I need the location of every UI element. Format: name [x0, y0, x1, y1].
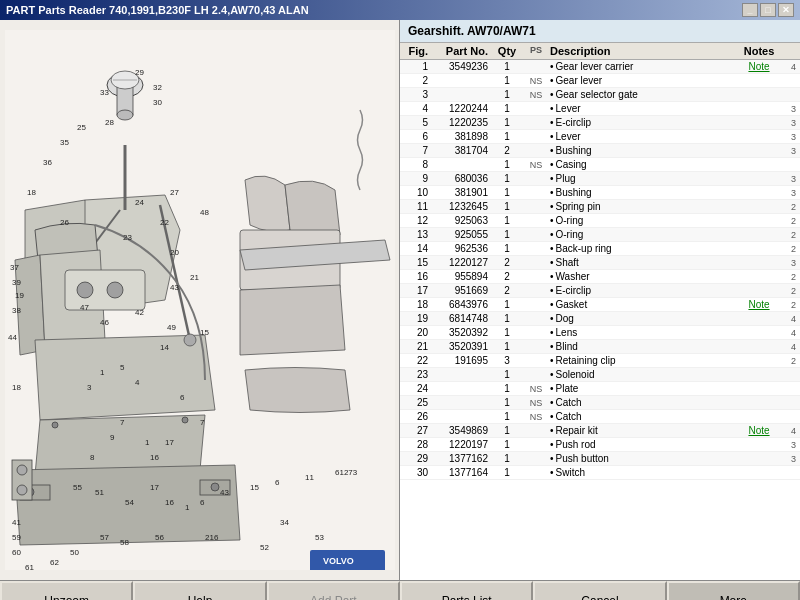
more-button[interactable]: More — [667, 581, 800, 600]
parts-area: Gearshift. AW70/AW71 Fig. Part No. Qty P… — [400, 20, 800, 580]
table-row[interactable]: 6 381898 1 •Lever 3 — [400, 130, 800, 144]
table-row[interactable]: 1 3549236 1 •Gear lever carrier Note 4 — [400, 60, 800, 74]
table-row[interactable]: 24 1 NS •Plate — [400, 382, 800, 396]
table-row[interactable]: 25 1 NS •Catch — [400, 396, 800, 410]
table-row[interactable]: 29 1377162 1 •Push button 3 — [400, 452, 800, 466]
add-part-button[interactable]: Add Part — [267, 581, 400, 600]
svg-text:18: 18 — [12, 383, 21, 392]
maximize-button[interactable]: □ — [760, 3, 776, 17]
row-fig: 23 — [404, 369, 432, 380]
row-desc: •O-ring — [550, 215, 734, 226]
note-link[interactable]: Note — [748, 61, 769, 72]
svg-text:18: 18 — [27, 188, 36, 197]
row-ps: NS — [522, 384, 550, 394]
svg-text:6: 6 — [180, 393, 185, 402]
row-desc: •Solenoid — [550, 369, 734, 380]
row-qty: 2 — [492, 285, 522, 296]
close-button[interactable]: ✕ — [778, 3, 794, 17]
svg-text:25: 25 — [77, 123, 86, 132]
row-qty: 1 — [492, 243, 522, 254]
table-row[interactable]: 21 3520391 1 •Blind 4 — [400, 340, 800, 354]
table-row[interactable]: 9 680036 1 •Plug 3 — [400, 172, 800, 186]
row-notes[interactable]: Note — [734, 425, 784, 436]
unzoom-button[interactable]: Unzoom — [0, 581, 133, 600]
svg-text:49: 49 — [167, 323, 176, 332]
row-qty: 1 — [492, 425, 522, 436]
table-row[interactable]: 12 925063 1 •O-ring 2 — [400, 214, 800, 228]
window-controls[interactable]: _ □ ✕ — [742, 3, 794, 17]
table-row[interactable]: 3 1 NS •Gear selector gate — [400, 88, 800, 102]
table-row[interactable]: 5 1220235 1 •E-circlip 3 — [400, 116, 800, 130]
row-fig: 26 — [404, 411, 432, 422]
row-qty: 1 — [492, 117, 522, 128]
row-desc: •Bushing — [550, 145, 734, 156]
row-desc: •Lens — [550, 327, 734, 338]
svg-text:17: 17 — [150, 483, 159, 492]
svg-text:1: 1 — [185, 503, 190, 512]
table-row[interactable]: 22 191695 3 •Retaining clip 2 — [400, 354, 800, 368]
note-link[interactable]: Note — [748, 299, 769, 310]
table-row[interactable]: 10 381901 1 •Bushing 3 — [400, 186, 800, 200]
row-qty: 2 — [492, 145, 522, 156]
row-qty: 1 — [492, 327, 522, 338]
row-partno: 680036 — [432, 173, 492, 184]
table-row[interactable]: 2 1 NS •Gear lever — [400, 74, 800, 88]
row-fig: 18 — [404, 299, 432, 310]
parts-list-button[interactable]: Parts List — [400, 581, 533, 600]
help-button[interactable]: Help — [133, 581, 266, 600]
table-row[interactable]: 16 955894 2 •Washer 2 — [400, 270, 800, 284]
row-partno: 1377164 — [432, 467, 492, 478]
row-fig: 12 — [404, 215, 432, 226]
row-notes[interactable]: Note — [734, 61, 784, 72]
row-num: 3 — [784, 132, 796, 142]
row-desc: •Spring pin — [550, 201, 734, 212]
row-desc: •Washer — [550, 271, 734, 282]
table-row[interactable]: 26 1 NS •Catch — [400, 410, 800, 424]
row-qty: 1 — [492, 397, 522, 408]
svg-text:61: 61 — [25, 563, 34, 570]
svg-text:9: 9 — [110, 433, 115, 442]
svg-point-9 — [77, 282, 93, 298]
row-qty: 1 — [492, 341, 522, 352]
note-link[interactable]: Note — [748, 425, 769, 436]
row-num: 4 — [784, 342, 796, 352]
table-row[interactable]: 20 3520392 1 •Lens 4 — [400, 326, 800, 340]
table-row[interactable]: 27 3549869 1 •Repair kit Note 4 — [400, 424, 800, 438]
svg-text:42: 42 — [135, 308, 144, 317]
row-partno: 1220235 — [432, 117, 492, 128]
row-qty: 1 — [492, 187, 522, 198]
table-row[interactable]: 13 925055 1 •O-ring 2 — [400, 228, 800, 242]
table-row[interactable]: 4 1220244 1 •Lever 3 — [400, 102, 800, 116]
svg-text:5: 5 — [120, 363, 125, 372]
table-row[interactable]: 15 1220127 2 •Shaft 3 — [400, 256, 800, 270]
parts-list[interactable]: 1 3549236 1 •Gear lever carrier Note 4 2… — [400, 60, 800, 580]
row-num: 2 — [784, 230, 796, 240]
table-row[interactable]: 19 6814748 1 •Dog 4 — [400, 312, 800, 326]
table-row[interactable]: 7 381704 2 •Bushing 3 — [400, 144, 800, 158]
svg-text:17: 17 — [165, 438, 174, 447]
table-row[interactable]: 17 951669 2 •E-circlip 2 — [400, 284, 800, 298]
row-num: 3 — [784, 146, 796, 156]
row-num: 2 — [784, 216, 796, 226]
row-desc: •Gear selector gate — [550, 89, 734, 100]
row-partno: 6843976 — [432, 299, 492, 310]
row-notes[interactable]: Note — [734, 299, 784, 310]
table-row[interactable]: 23 1 •Solenoid — [400, 368, 800, 382]
table-row[interactable]: 8 1 NS •Casing — [400, 158, 800, 172]
svg-text:16: 16 — [165, 498, 174, 507]
table-row[interactable]: 18 6843976 1 •Gasket Note 2 — [400, 298, 800, 312]
svg-text:43: 43 — [220, 488, 229, 497]
table-row[interactable]: 30 1377164 1 •Switch — [400, 466, 800, 480]
cancel-button[interactable]: Cancel — [533, 581, 666, 600]
svg-text:50: 50 — [70, 548, 79, 557]
row-partno: 955894 — [432, 271, 492, 282]
row-desc: •Switch — [550, 467, 734, 478]
svg-text:57: 57 — [100, 533, 109, 542]
table-row[interactable]: 11 1232645 1 •Spring pin 2 — [400, 200, 800, 214]
row-desc: •O-ring — [550, 229, 734, 240]
table-row[interactable]: 28 1220197 1 •Push rod 3 — [400, 438, 800, 452]
minimize-button[interactable]: _ — [742, 3, 758, 17]
table-row[interactable]: 14 962536 1 •Back-up ring 2 — [400, 242, 800, 256]
row-qty: 1 — [492, 411, 522, 422]
svg-text:54: 54 — [125, 498, 134, 507]
